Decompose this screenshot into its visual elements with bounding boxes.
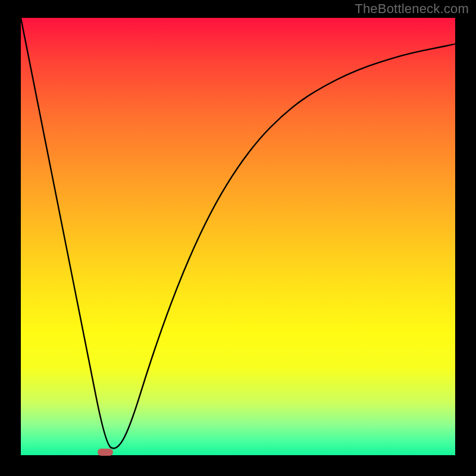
curve-svg [21, 18, 455, 455]
attribution-label: TheBottleneck.com [355, 1, 469, 17]
plot-area [21, 18, 455, 455]
chart-frame: TheBottleneck.com [0, 0, 476, 476]
bottleneck-curve [21, 18, 455, 448]
optimal-marker [98, 449, 113, 456]
